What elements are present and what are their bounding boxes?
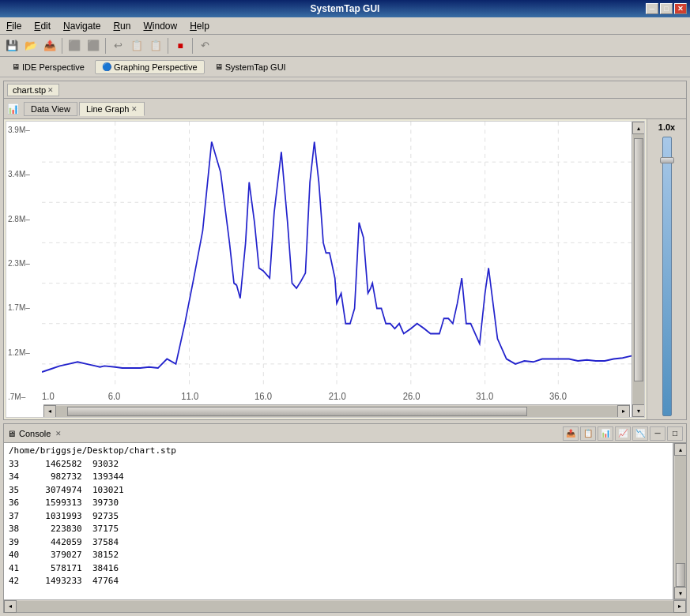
console-content: /home/briggsje/Desktop/chart.stp 33 1462… [4,443,686,599]
vscroll-track[interactable] [633,134,644,404]
zoom-slider-track[interactable] [662,137,672,416]
file-tab[interactable]: chart.stp ✕ [7,84,59,96]
hscroll-thumb[interactable] [67,407,527,416]
console-row-5: 38 223830 37175 [9,523,668,536]
toolbar-sep2 [105,38,106,54]
menu-window[interactable]: Window [140,20,180,32]
console-vscroll-thumb[interactable] [676,563,685,587]
persp-ide[interactable]: 🖥 IDE Perspective [5,60,92,74]
toolbar: 💾 📂 📤 ⬛ ⬛ ↩ 📋 📋 ■ ↶ [0,35,690,57]
minimize-button[interactable]: ─ [646,3,658,14]
chart-svg-wrapper: 1.0 6.0 11.0 16.0 21.0 26.0 31.0 36.0 [42,122,632,417]
console-ctrl-5[interactable]: 📉 [632,426,648,441]
perspbar: 🖥 IDE Perspective 🔵 Graphing Perspective… [0,57,690,77]
toolbar-new[interactable]: 💾 [3,37,21,54]
zoom-slider-thumb[interactable] [660,157,674,163]
console-panel: 🖥 Console ✕ 📤 📋 📊 📈 📉 ─ □ /home/briggsje… [3,423,687,613]
y-label-1: 3.4M– [8,170,40,178]
console-hscroll-left[interactable]: ◂ [4,600,17,613]
console-ctrl-2[interactable]: 📋 [580,426,596,441]
chart-inner: 3.9M– 3.4M– 2.8M– 2.3M– 1.7M– 1.2M– .7M– [6,122,644,417]
console-vscroll-down[interactable]: ▾ [674,587,687,599]
menubar: File Edit Navigate Run Window Help [0,17,690,35]
persp-systemtap[interactable]: 🖥 SystemTap GUI [208,60,293,74]
menu-help[interactable]: Help [187,20,213,32]
y-axis: 3.9M– 3.4M– 2.8M– 2.3M– 1.7M– 1.2M– .7M– [6,122,42,417]
hscroll-right[interactable]: ▸ [617,405,630,418]
console-vscroll-up[interactable]: ▴ [674,443,687,456]
menu-navigate[interactable]: Navigate [60,20,104,32]
console-ctrl-3[interactable]: 📊 [598,426,613,441]
y-label-5: 1.2M– [8,348,40,357]
file-tab-header: chart.stp ✕ [4,81,686,99]
svg-text:36.0: 36.0 [549,390,567,402]
console-row-3: 36 1599313 39730 [9,497,668,510]
toolbar-btn5: ⬛ [85,37,102,54]
window-title: SystemTap GUI [311,3,380,14]
zoom-label: 1.0x [658,122,675,132]
chart-vscrollbar[interactable]: ▴ ▾ [632,122,644,417]
chart-hscrollbar[interactable]: ◂ ▸ [43,404,630,417]
toolbar-btn7: 📋 [128,37,145,54]
console-row-6: 39 442059 37584 [9,536,668,550]
hscroll-left[interactable]: ◂ [43,405,56,418]
console-row-8: 41 578171 38416 [9,562,668,576]
persp-graphing[interactable]: 🔵 Graphing Perspective [95,60,205,74]
line-chart-svg: 1.0 6.0 11.0 16.0 21.0 26.0 31.0 36.0 [42,122,632,404]
tab-line-graph[interactable]: Line Graph ✕ [79,102,145,116]
console-vscrollbar[interactable]: ▴ ▾ [673,443,686,599]
svg-text:26.0: 26.0 [403,390,420,402]
console-icon: 🖥 [7,429,16,438]
console-minimize[interactable]: ─ [650,426,665,441]
menu-run[interactable]: Run [110,20,134,32]
toolbar-stop[interactable]: ■ [172,37,189,54]
y-label-4: 1.7M– [8,303,40,312]
systemtap-label: SystemTap GUI [225,62,286,72]
view-tabs: 📊 Data View Line Graph ✕ [4,99,686,119]
view-icon: 📊 [7,103,19,115]
console-hscroll-right[interactable]: ▸ [673,600,686,613]
zoom-control: 1.0x [647,119,686,419]
svg-text:11.0: 11.0 [181,390,198,402]
maximize-button[interactable]: □ [660,3,673,14]
svg-text:1.0: 1.0 [42,390,55,402]
hscroll-track[interactable] [56,406,617,417]
titlebar: SystemTap GUI ─ □ ✕ [0,0,690,17]
console-row-1: 34 982732 139344 [9,471,668,484]
console-row-4: 37 1031993 92735 [9,510,668,524]
toolbar-open[interactable]: 📂 [22,37,40,54]
ide-label: IDE Perspective [22,62,85,72]
file-tab-close[interactable]: ✕ [47,86,54,94]
graphing-icon: 🔵 [102,62,111,71]
console-ctrl-1[interactable]: 📤 [563,426,579,441]
line-graph-tab-close[interactable]: ✕ [131,105,138,113]
vscroll-down[interactable]: ▾ [632,404,645,417]
console-ctrl-4[interactable]: 📈 [615,426,631,441]
console-label: Console [19,429,51,438]
main-panels: chart.stp ✕ 📊 Data View Line Graph ✕ [0,77,690,616]
menu-edit[interactable]: Edit [31,20,54,32]
chart-zoom-container: 3.9M– 3.4M– 2.8M– 2.3M– 1.7M– 1.2M– .7M– [4,119,686,419]
console-vscroll-track[interactable] [675,456,686,587]
svg-text:6.0: 6.0 [108,390,121,402]
console-hscroll-track[interactable] [17,601,673,612]
console-row-0: 33 1462582 93032 [9,458,668,471]
console-row-9: 42 1493233 47764 [9,575,668,588]
vscroll-up[interactable]: ▴ [632,122,645,134]
svg-text:21.0: 21.0 [329,390,346,402]
toolbar-btn8: 📋 [147,37,164,54]
toolbar-export[interactable]: 📤 [41,37,58,54]
tab-data-view[interactable]: Data View [24,102,77,116]
menu-file[interactable]: File [3,20,25,32]
chart-svg-area: 1.0 6.0 11.0 16.0 21.0 26.0 31.0 36.0 [42,122,632,404]
console-close[interactable]: ✕ [55,430,62,438]
console-maximize[interactable]: □ [667,426,683,441]
y-label-2: 2.8M– [8,215,40,223]
toolbar-sep1 [62,38,62,54]
graphing-label: Graphing Perspective [114,62,198,72]
console-hscrollbar[interactable]: ◂ ▸ [4,599,686,612]
vscroll-thumb[interactable] [634,138,643,381]
toolbar-undo: ↶ [196,37,213,54]
toolbar-btn4: ⬛ [66,37,83,54]
close-button[interactable]: ✕ [674,3,687,14]
